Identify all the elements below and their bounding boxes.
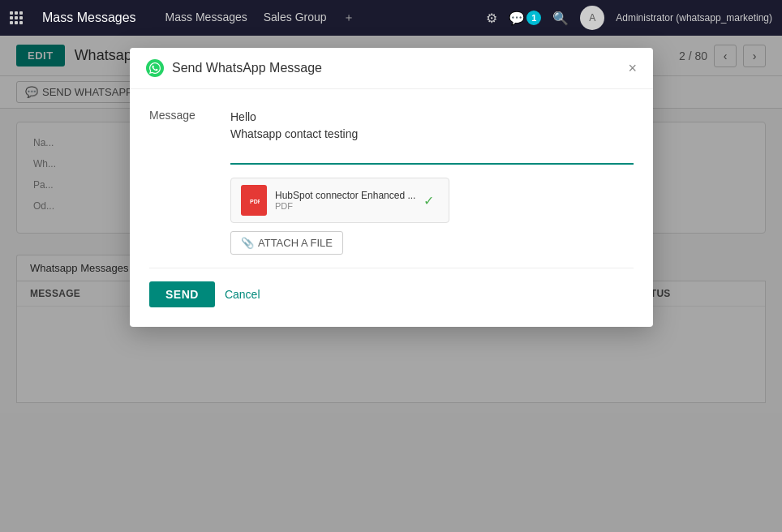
topbar-search-icon[interactable]: 🔍 [552,11,569,26]
topbar-admin-text: Administrator (whatsapp_marketing) [616,12,772,24]
topbar-badge: 1 [526,11,541,25]
attachment-check-icon: ✓ [423,193,434,208]
message-field-row: Message Hello Whatsapp contact testing [149,105,634,165]
modal-header-left: Send WhatsApp Message [146,59,322,77]
modal-title: Send WhatsApp Message [172,61,322,75]
topbar-right: ⚙ 💬 1 🔍 A Administrator (whatsapp_market… [486,6,772,30]
topbar-chat-icon[interactable]: 💬 [509,11,525,26]
topbar-add-icon[interactable]: ＋ [343,11,354,25]
attach-file-button[interactable]: 📎 ATTACH A FILE [230,231,343,255]
topbar-menu-item-1[interactable]: Mass Messages [165,11,247,25]
attachment-info: HubSpot connector Enhanced ... PDF [275,190,415,211]
topbar-icon-1[interactable]: ⚙ [486,11,497,26]
topbar: Mass Messages Mass Messages Sales Group … [0,0,782,36]
cancel-button[interactable]: Cancel [225,288,260,301]
attachment-area: PDF HubSpot connector Enhanced ... PDF ✓… [230,178,634,255]
topbar-menu: Mass Messages Sales Group ＋ [165,11,354,25]
attachment-item: PDF HubSpot connector Enhanced ... PDF ✓ [230,178,449,223]
attachment-type: PDF [275,201,415,211]
modal-body: Message Hello Whatsapp contact testing P… [130,89,653,327]
message-label: Message [149,105,214,122]
modal-header: Send WhatsApp Message × [130,48,653,89]
attachment-filename: HubSpot connector Enhanced ... [275,190,415,201]
topbar-menu-item-2[interactable]: Sales Group [264,11,327,25]
modal-divider [149,268,634,268]
topbar-avatar[interactable]: A [580,6,604,30]
send-whatsapp-modal: Send WhatsApp Message × Message Hello Wh… [130,48,653,327]
attach-label: ATTACH A FILE [258,237,333,249]
app-title: Mass Messages [42,11,136,25]
paperclip-icon: 📎 [241,237,254,249]
pdf-icon: PDF [241,185,267,216]
modal-footer: SEND Cancel [149,281,634,311]
modal-close-button[interactable]: × [628,61,637,75]
svg-text:PDF: PDF [250,199,260,204]
send-button[interactable]: SEND [149,281,215,307]
apps-icon[interactable] [10,11,23,24]
message-input[interactable]: Hello Whatsapp contact testing [230,105,634,165]
whatsapp-modal-icon [146,59,164,77]
